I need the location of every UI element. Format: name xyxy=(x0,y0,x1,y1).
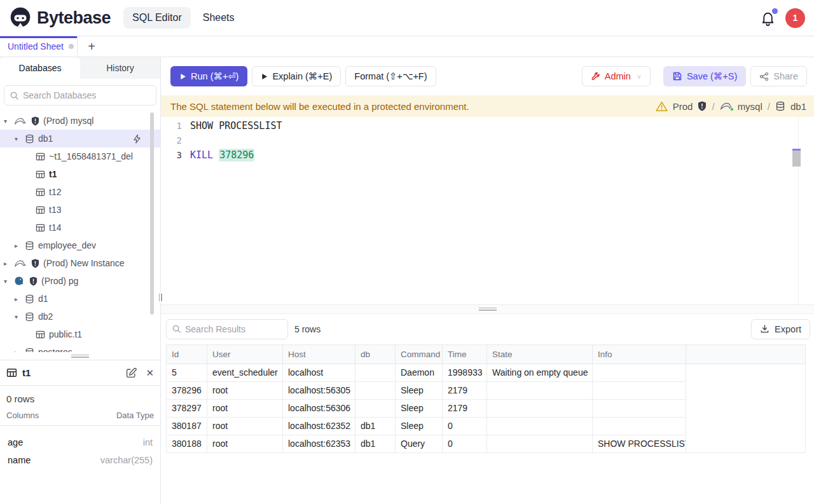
tree-item-prod-pg[interactable]: ▾(Prod) pg xyxy=(0,272,160,290)
cell[interactable] xyxy=(487,417,593,435)
tree-item-public-t1[interactable]: public.t1 xyxy=(0,325,160,343)
tree-item-t1-1658481371-del[interactable]: ~t1_1658481371_del xyxy=(0,147,160,165)
tree-item-prod-mysql[interactable]: ▾(Prod) mysql xyxy=(0,112,160,130)
tab-untitled-sheet[interactable]: Untitled Sheet xyxy=(0,36,78,57)
cell[interactable] xyxy=(593,399,686,417)
column-header-command[interactable]: Command xyxy=(396,344,443,364)
tree-item-prod-new-instance[interactable]: ▸(Prod) New Instance xyxy=(0,254,160,272)
results-search[interactable] xyxy=(166,319,288,339)
column-header-db[interactable]: db xyxy=(355,344,396,364)
sql-editor[interactable]: 1SHOW PROCESSLIST23KILL 378296 xyxy=(161,117,814,304)
tree-item-db2[interactable]: ▾db2 xyxy=(0,308,160,325)
column-header-user[interactable]: User xyxy=(207,344,283,364)
run-button[interactable]: Run (⌘+⏎) xyxy=(170,66,247,86)
expander-icon[interactable]: ▾ xyxy=(4,118,14,125)
format-button[interactable]: Format (⇧+⌥+F) xyxy=(345,66,436,86)
cell[interactable]: Sleep xyxy=(396,417,443,435)
breadcrumb-instance[interactable]: mysql xyxy=(738,101,762,112)
explain-button[interactable]: Explain (⌘+E) xyxy=(252,66,341,86)
tab-databases[interactable]: Databases xyxy=(0,57,80,79)
cell[interactable]: localhost:62352 xyxy=(283,417,355,435)
cell[interactable]: localhost:62353 xyxy=(283,435,355,453)
cell[interactable] xyxy=(355,381,396,399)
results-search-input[interactable] xyxy=(185,324,282,334)
expander-icon[interactable]: ▸ xyxy=(15,242,25,249)
bytebase-logo[interactable]: Bytebase xyxy=(9,6,111,29)
nav-sql-editor[interactable]: SQL Editor xyxy=(123,7,191,29)
expander-icon[interactable]: ▾ xyxy=(15,135,25,142)
tree-item-db1[interactable]: ▾db1 xyxy=(0,130,160,147)
tab-history[interactable]: History xyxy=(80,57,160,79)
column-header-host[interactable]: Host xyxy=(283,344,355,364)
tree-item-employee-dev[interactable]: ▸employee_dev xyxy=(0,236,160,254)
cell[interactable]: root xyxy=(207,435,283,453)
breadcrumb-environment[interactable]: Prod xyxy=(673,101,693,112)
cell[interactable]: db1 xyxy=(355,417,396,435)
notifications-button[interactable] xyxy=(760,10,776,26)
cell[interactable]: localhost:56306 xyxy=(283,399,355,417)
tree-item-d1[interactable]: ▸d1 xyxy=(0,290,160,308)
cell[interactable] xyxy=(487,381,593,399)
cell[interactable]: event_scheduler xyxy=(207,364,283,381)
database-search[interactable] xyxy=(4,85,156,106)
cell[interactable]: db1 xyxy=(355,435,396,453)
tree-item-t12[interactable]: t12 xyxy=(0,183,160,201)
breadcrumb-database[interactable]: db1 xyxy=(790,101,806,112)
database-search-input[interactable] xyxy=(23,90,151,100)
cell[interactable]: 5 xyxy=(167,364,207,381)
close-icon[interactable]: ✕ xyxy=(146,367,154,379)
save-button[interactable]: Save (⌘+S) xyxy=(663,66,746,86)
cell[interactable] xyxy=(593,381,686,399)
nav-sheets[interactable]: Sheets xyxy=(203,12,235,24)
add-sheet-button[interactable]: + xyxy=(78,36,106,57)
cell[interactable]: Sleep xyxy=(396,381,443,399)
editor-scrollbar-thumb[interactable] xyxy=(792,151,801,167)
tree-item-t14[interactable]: t14 xyxy=(0,219,160,236)
cell[interactable]: localhost:56305 xyxy=(283,381,355,399)
cell[interactable] xyxy=(593,417,686,435)
admin-mode-button[interactable]: Admin ∨ xyxy=(582,66,651,86)
export-button[interactable]: Export xyxy=(751,319,810,339)
sidebar-resize-handle[interactable] xyxy=(158,292,163,303)
tree-item-postgres[interactable]: ▸postgres xyxy=(0,343,160,352)
column-header-state[interactable]: State xyxy=(487,344,593,364)
avatar[interactable]: 1 xyxy=(785,8,805,28)
cell[interactable] xyxy=(355,364,396,381)
cell[interactable]: 0 xyxy=(443,417,487,435)
cell[interactable]: 378296 xyxy=(167,381,207,399)
cell[interactable] xyxy=(487,399,593,417)
cell[interactable]: root xyxy=(207,417,283,435)
cell[interactable]: 2179 xyxy=(443,381,487,399)
cell[interactable] xyxy=(355,399,396,417)
expander-icon[interactable]: ▸ xyxy=(15,296,25,303)
cell[interactable]: 380188 xyxy=(167,435,207,453)
share-button[interactable]: Share xyxy=(750,66,807,86)
cell[interactable]: SHOW PROCESSLIST xyxy=(593,435,686,453)
column-header-id[interactable]: Id xyxy=(167,344,207,364)
results-resize-handle[interactable] xyxy=(161,304,814,314)
cell[interactable]: Sleep xyxy=(396,399,443,417)
cell[interactable]: 378297 xyxy=(167,399,207,417)
cell[interactable]: root xyxy=(207,399,283,417)
cell[interactable]: Waiting on empty queue xyxy=(487,364,593,381)
cell[interactable]: 380187 xyxy=(167,417,207,435)
lightning-icon[interactable] xyxy=(133,134,141,144)
column-header-info[interactable]: Info xyxy=(593,344,686,364)
tree-item-t13[interactable]: t13 xyxy=(0,201,160,219)
tree-scrollbar[interactable] xyxy=(150,112,154,315)
cell[interactable]: Daemon xyxy=(396,364,443,381)
cell[interactable]: 2179 xyxy=(443,399,487,417)
cell[interactable]: Query xyxy=(396,435,443,453)
table-row[interactable]: 5event_schedulerlocalhostDaemon1998933Wa… xyxy=(167,364,806,381)
expander-icon[interactable]: ▸ xyxy=(4,260,14,267)
expander-icon[interactable]: ▾ xyxy=(4,278,14,285)
tree-item-t1[interactable]: t1 xyxy=(0,165,160,183)
expander-icon[interactable]: ▸ xyxy=(15,349,25,353)
expander-icon[interactable]: ▾ xyxy=(15,313,25,320)
edit-schema-icon[interactable] xyxy=(126,367,137,378)
cell[interactable]: 0 xyxy=(443,435,487,453)
cell[interactable] xyxy=(593,364,686,381)
cell[interactable]: 1998933 xyxy=(443,364,487,381)
cell[interactable]: localhost xyxy=(283,364,355,381)
column-header-time[interactable]: Time xyxy=(443,344,487,364)
